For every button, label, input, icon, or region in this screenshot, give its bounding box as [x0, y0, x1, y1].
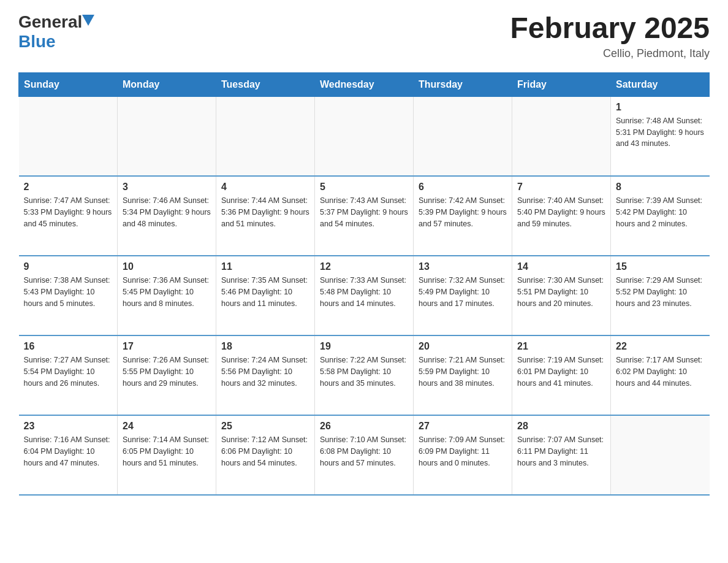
calendar-cell: 28Sunrise: 7:07 AM Sunset: 6:11 PM Dayli…: [512, 415, 611, 495]
title-block: February 2025 Cellio, Piedmont, Italy: [510, 12, 710, 60]
day-number: 2: [24, 182, 113, 193]
day-info: Sunrise: 7:30 AM Sunset: 5:51 PM Dayligh…: [517, 275, 605, 309]
calendar-cell: 21Sunrise: 7:19 AM Sunset: 6:01 PM Dayli…: [512, 335, 611, 415]
calendar-cell: 25Sunrise: 7:12 AM Sunset: 6:06 PM Dayli…: [216, 415, 315, 495]
day-number: 27: [419, 421, 507, 432]
calendar-cell: 4Sunrise: 7:44 AM Sunset: 5:36 PM Daylig…: [216, 176, 315, 256]
day-number: 23: [24, 421, 113, 432]
calendar-cell: 7Sunrise: 7:40 AM Sunset: 5:40 PM Daylig…: [512, 176, 611, 256]
day-of-week-header: Wednesday: [315, 72, 414, 96]
calendar-cell: [315, 96, 414, 176]
calendar-cell: [512, 96, 611, 176]
calendar-cell: 6Sunrise: 7:42 AM Sunset: 5:39 PM Daylig…: [414, 176, 512, 256]
page-header: General Blue February 2025 Cellio, Piedm…: [18, 12, 710, 60]
calendar-cell: 13Sunrise: 7:32 AM Sunset: 5:49 PM Dayli…: [414, 256, 512, 335]
day-info: Sunrise: 7:43 AM Sunset: 5:37 PM Dayligh…: [320, 195, 408, 229]
calendar-cell: 1Sunrise: 7:48 AM Sunset: 5:31 PM Daylig…: [611, 96, 710, 176]
day-info: Sunrise: 7:09 AM Sunset: 6:09 PM Dayligh…: [419, 434, 507, 469]
day-number: 24: [123, 421, 211, 432]
calendar-cell: 27Sunrise: 7:09 AM Sunset: 6:09 PM Dayli…: [414, 415, 512, 495]
calendar-cell: 20Sunrise: 7:21 AM Sunset: 5:59 PM Dayli…: [414, 335, 512, 415]
location-subtitle: Cellio, Piedmont, Italy: [510, 47, 710, 60]
day-info: Sunrise: 7:12 AM Sunset: 6:06 PM Dayligh…: [221, 434, 309, 469]
day-info: Sunrise: 7:32 AM Sunset: 5:49 PM Dayligh…: [419, 275, 507, 309]
day-info: Sunrise: 7:24 AM Sunset: 5:56 PM Dayligh…: [221, 354, 309, 389]
day-number: 6: [419, 182, 507, 193]
calendar-cell: 15Sunrise: 7:29 AM Sunset: 5:52 PM Dayli…: [611, 256, 710, 335]
day-info: Sunrise: 7:35 AM Sunset: 5:46 PM Dayligh…: [221, 275, 309, 309]
day-info: Sunrise: 7:42 AM Sunset: 5:39 PM Dayligh…: [419, 195, 507, 229]
logo-blue-text: Blue: [18, 32, 56, 52]
day-of-week-header: Sunday: [19, 72, 118, 96]
day-number: 13: [419, 261, 507, 272]
calendar-cell: 24Sunrise: 7:14 AM Sunset: 6:05 PM Dayli…: [118, 415, 216, 495]
day-number: 26: [320, 421, 408, 432]
day-number: 17: [123, 341, 211, 352]
day-info: Sunrise: 7:19 AM Sunset: 6:01 PM Dayligh…: [517, 354, 605, 389]
day-number: 9: [24, 261, 113, 272]
day-number: 18: [221, 341, 309, 352]
month-title: February 2025: [510, 12, 710, 45]
calendar-cell: 23Sunrise: 7:16 AM Sunset: 6:04 PM Dayli…: [19, 415, 118, 495]
calendar-cell: 2Sunrise: 7:47 AM Sunset: 5:33 PM Daylig…: [19, 176, 118, 256]
calendar-cell: 10Sunrise: 7:36 AM Sunset: 5:45 PM Dayli…: [118, 256, 216, 335]
day-number: 11: [221, 261, 309, 272]
day-info: Sunrise: 7:38 AM Sunset: 5:43 PM Dayligh…: [24, 275, 113, 309]
day-number: 22: [616, 341, 705, 352]
day-number: 21: [517, 341, 605, 352]
day-info: Sunrise: 7:40 AM Sunset: 5:40 PM Dayligh…: [517, 195, 605, 229]
day-info: Sunrise: 7:39 AM Sunset: 5:42 PM Dayligh…: [616, 195, 705, 229]
day-of-week-header: Saturday: [611, 72, 710, 96]
day-info: Sunrise: 7:47 AM Sunset: 5:33 PM Dayligh…: [24, 195, 113, 229]
day-info: Sunrise: 7:16 AM Sunset: 6:04 PM Dayligh…: [24, 434, 113, 469]
day-info: Sunrise: 7:36 AM Sunset: 5:45 PM Dayligh…: [123, 275, 211, 309]
calendar-week-row: 2Sunrise: 7:47 AM Sunset: 5:33 PM Daylig…: [19, 176, 710, 256]
day-number: 19: [320, 341, 408, 352]
day-number: 12: [320, 261, 408, 272]
day-number: 28: [517, 421, 605, 432]
day-info: Sunrise: 7:48 AM Sunset: 5:31 PM Dayligh…: [616, 115, 705, 150]
day-number: 16: [24, 341, 113, 352]
calendar-cell: 22Sunrise: 7:17 AM Sunset: 6:02 PM Dayli…: [611, 335, 710, 415]
day-number: 1: [616, 102, 705, 113]
calendar-week-row: 23Sunrise: 7:16 AM Sunset: 6:04 PM Dayli…: [19, 415, 710, 495]
day-info: Sunrise: 7:07 AM Sunset: 6:11 PM Dayligh…: [517, 434, 605, 469]
day-number: 15: [616, 261, 705, 272]
logo-general-text: General: [18, 12, 82, 32]
calendar-cell: 12Sunrise: 7:33 AM Sunset: 5:48 PM Dayli…: [315, 256, 414, 335]
calendar-cell: 8Sunrise: 7:39 AM Sunset: 5:42 PM Daylig…: [611, 176, 710, 256]
calendar-cell: 19Sunrise: 7:22 AM Sunset: 5:58 PM Dayli…: [315, 335, 414, 415]
day-info: Sunrise: 7:22 AM Sunset: 5:58 PM Dayligh…: [320, 354, 408, 389]
calendar-cell: 26Sunrise: 7:10 AM Sunset: 6:08 PM Dayli…: [315, 415, 414, 495]
calendar-cell: 14Sunrise: 7:30 AM Sunset: 5:51 PM Dayli…: [512, 256, 611, 335]
calendar-cell: 17Sunrise: 7:26 AM Sunset: 5:55 PM Dayli…: [118, 335, 216, 415]
day-info: Sunrise: 7:33 AM Sunset: 5:48 PM Dayligh…: [320, 275, 408, 309]
calendar-cell: [216, 96, 315, 176]
day-number: 7: [517, 182, 605, 193]
day-info: Sunrise: 7:14 AM Sunset: 6:05 PM Dayligh…: [123, 434, 211, 469]
day-info: Sunrise: 7:27 AM Sunset: 5:54 PM Dayligh…: [24, 354, 113, 389]
calendar-cell: 18Sunrise: 7:24 AM Sunset: 5:56 PM Dayli…: [216, 335, 315, 415]
day-info: Sunrise: 7:10 AM Sunset: 6:08 PM Dayligh…: [320, 434, 408, 469]
day-number: 5: [320, 182, 408, 193]
day-info: Sunrise: 7:44 AM Sunset: 5:36 PM Dayligh…: [221, 195, 309, 229]
calendar-week-row: 16Sunrise: 7:27 AM Sunset: 5:54 PM Dayli…: [19, 335, 710, 415]
day-of-week-header: Thursday: [414, 72, 512, 96]
day-info: Sunrise: 7:17 AM Sunset: 6:02 PM Dayligh…: [616, 354, 705, 389]
logo-triangle-icon: [82, 15, 94, 26]
calendar-cell: 16Sunrise: 7:27 AM Sunset: 5:54 PM Dayli…: [19, 335, 118, 415]
calendar-week-row: 1Sunrise: 7:48 AM Sunset: 5:31 PM Daylig…: [19, 96, 710, 176]
logo: General Blue: [18, 12, 94, 52]
day-info: Sunrise: 7:21 AM Sunset: 5:59 PM Dayligh…: [419, 354, 507, 389]
day-info: Sunrise: 7:29 AM Sunset: 5:52 PM Dayligh…: [616, 275, 705, 309]
day-info: Sunrise: 7:46 AM Sunset: 5:34 PM Dayligh…: [123, 195, 211, 229]
calendar-cell: [611, 415, 710, 495]
days-of-week-row: SundayMondayTuesdayWednesdayThursdayFrid…: [19, 72, 710, 96]
day-number: 3: [123, 182, 211, 193]
calendar-cell: 5Sunrise: 7:43 AM Sunset: 5:37 PM Daylig…: [315, 176, 414, 256]
calendar-body: 1Sunrise: 7:48 AM Sunset: 5:31 PM Daylig…: [19, 96, 710, 495]
calendar-cell: 3Sunrise: 7:46 AM Sunset: 5:34 PM Daylig…: [118, 176, 216, 256]
calendar-cell: 11Sunrise: 7:35 AM Sunset: 5:46 PM Dayli…: [216, 256, 315, 335]
calendar-table: SundayMondayTuesdayWednesdayThursdayFrid…: [18, 72, 710, 496]
calendar-week-row: 9Sunrise: 7:38 AM Sunset: 5:43 PM Daylig…: [19, 256, 710, 335]
